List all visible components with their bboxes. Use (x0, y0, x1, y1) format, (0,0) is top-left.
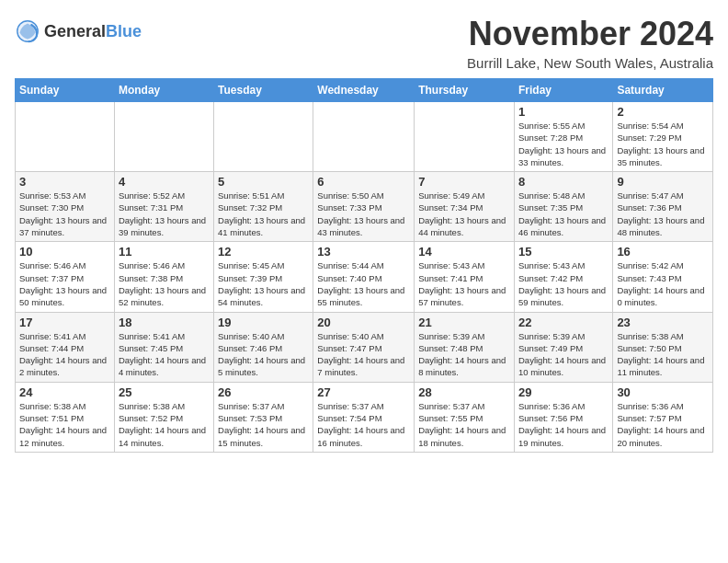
day-info: Sunrise: 5:40 AM Sunset: 7:46 PM Dayligh… (218, 330, 309, 379)
day-number: 24 (19, 385, 110, 399)
logo-blue: Blue (106, 22, 142, 40)
day-header-thursday: Thursday (415, 79, 515, 102)
day-info: Sunrise: 5:38 AM Sunset: 7:51 PM Dayligh… (19, 400, 110, 449)
day-number: 8 (518, 175, 609, 189)
calendar-day-cell: 4Sunrise: 5:52 AM Sunset: 7:31 PM Daylig… (114, 172, 213, 242)
day-number: 22 (518, 316, 609, 329)
calendar-day-cell: 21Sunrise: 5:39 AM Sunset: 7:48 PM Dayli… (415, 312, 515, 382)
calendar-day-cell: 14Sunrise: 5:43 AM Sunset: 7:41 PM Dayli… (415, 242, 515, 312)
calendar-day-cell: 16Sunrise: 5:42 AM Sunset: 7:43 PM Dayli… (613, 242, 713, 312)
calendar-day-cell: 24Sunrise: 5:38 AM Sunset: 7:51 PM Dayli… (16, 382, 115, 452)
day-info: Sunrise: 5:52 AM Sunset: 7:31 PM Dayligh… (119, 190, 210, 238)
calendar-day-cell: 30Sunrise: 5:36 AM Sunset: 7:57 PM Dayli… (613, 382, 713, 452)
day-info: Sunrise: 5:39 AM Sunset: 7:49 PM Dayligh… (518, 330, 609, 379)
day-number: 25 (119, 385, 210, 399)
day-info: Sunrise: 5:38 AM Sunset: 7:52 PM Dayligh… (119, 400, 210, 449)
day-number: 19 (218, 316, 309, 329)
day-info: Sunrise: 5:36 AM Sunset: 7:57 PM Dayligh… (617, 400, 709, 449)
day-number: 4 (119, 175, 210, 189)
day-info: Sunrise: 5:44 AM Sunset: 7:40 PM Dayligh… (317, 259, 410, 308)
day-number: 27 (317, 385, 410, 399)
calendar-day-cell: 29Sunrise: 5:36 AM Sunset: 7:56 PM Dayli… (514, 382, 612, 452)
location-title: Burrill Lake, New South Wales, Australia (467, 55, 713, 71)
calendar-day-cell: 15Sunrise: 5:43 AM Sunset: 7:42 PM Dayli… (514, 242, 612, 312)
logo-icon (15, 18, 40, 44)
calendar-week-row: 3Sunrise: 5:53 AM Sunset: 7:30 PM Daylig… (16, 172, 713, 242)
calendar-day-cell: 5Sunrise: 5:51 AM Sunset: 7:32 PM Daylig… (214, 172, 313, 242)
calendar-day-cell: 18Sunrise: 5:41 AM Sunset: 7:45 PM Dayli… (114, 312, 213, 382)
day-info: Sunrise: 5:38 AM Sunset: 7:50 PM Dayligh… (617, 330, 709, 379)
day-info: Sunrise: 5:49 AM Sunset: 7:34 PM Dayligh… (418, 190, 510, 238)
calendar-empty-cell (114, 102, 213, 172)
calendar-day-cell: 13Sunrise: 5:44 AM Sunset: 7:40 PM Dayli… (313, 242, 415, 312)
day-number: 14 (418, 245, 510, 259)
title-area: November 2024 Burrill Lake, New South Wa… (467, 15, 713, 71)
calendar-empty-cell (214, 102, 313, 172)
logo-general: General (44, 22, 106, 40)
calendar-day-cell: 27Sunrise: 5:37 AM Sunset: 7:54 PM Dayli… (313, 382, 415, 452)
calendar-empty-cell (313, 102, 415, 172)
day-info: Sunrise: 5:55 AM Sunset: 7:28 PM Dayligh… (518, 120, 609, 168)
day-number: 17 (19, 316, 110, 329)
day-info: Sunrise: 5:37 AM Sunset: 7:53 PM Dayligh… (218, 400, 309, 449)
day-info: Sunrise: 5:43 AM Sunset: 7:41 PM Dayligh… (418, 259, 510, 308)
day-info: Sunrise: 5:37 AM Sunset: 7:54 PM Dayligh… (317, 400, 410, 449)
calendar-day-cell: 19Sunrise: 5:40 AM Sunset: 7:46 PM Dayli… (214, 312, 313, 382)
day-number: 26 (218, 385, 309, 399)
day-number: 9 (617, 175, 709, 189)
calendar-week-row: 1Sunrise: 5:55 AM Sunset: 7:28 PM Daylig… (16, 102, 713, 172)
calendar-day-cell: 10Sunrise: 5:46 AM Sunset: 7:37 PM Dayli… (16, 242, 115, 312)
day-number: 6 (317, 175, 410, 189)
day-info: Sunrise: 5:41 AM Sunset: 7:45 PM Dayligh… (119, 330, 210, 379)
day-info: Sunrise: 5:47 AM Sunset: 7:36 PM Dayligh… (617, 190, 709, 238)
day-number: 12 (218, 245, 309, 259)
calendar-day-cell: 17Sunrise: 5:41 AM Sunset: 7:44 PM Dayli… (16, 312, 115, 382)
day-header-wednesday: Wednesday (313, 79, 415, 102)
calendar-header-row: SundayMondayTuesdayWednesdayThursdayFrid… (16, 79, 713, 102)
day-info: Sunrise: 5:37 AM Sunset: 7:55 PM Dayligh… (418, 400, 510, 449)
day-info: Sunrise: 5:46 AM Sunset: 7:38 PM Dayligh… (119, 259, 210, 308)
calendar-table: SundayMondayTuesdayWednesdayThursdayFrid… (15, 78, 713, 453)
day-number: 28 (418, 385, 510, 399)
calendar-day-cell: 7Sunrise: 5:49 AM Sunset: 7:34 PM Daylig… (415, 172, 515, 242)
day-info: Sunrise: 5:54 AM Sunset: 7:29 PM Dayligh… (617, 120, 709, 168)
day-number: 7 (418, 175, 510, 189)
day-info: Sunrise: 5:51 AM Sunset: 7:32 PM Dayligh… (218, 190, 309, 238)
calendar-day-cell: 22Sunrise: 5:39 AM Sunset: 7:49 PM Dayli… (514, 312, 612, 382)
day-number: 11 (119, 245, 210, 259)
page-header: GeneralBlue November 2024 Burrill Lake, … (15, 15, 713, 71)
day-header-monday: Monday (114, 79, 213, 102)
calendar-week-row: 10Sunrise: 5:46 AM Sunset: 7:37 PM Dayli… (16, 242, 713, 312)
day-info: Sunrise: 5:39 AM Sunset: 7:48 PM Dayligh… (418, 330, 510, 379)
day-number: 29 (518, 385, 609, 399)
day-info: Sunrise: 5:36 AM Sunset: 7:56 PM Dayligh… (518, 400, 609, 449)
day-number: 21 (418, 316, 510, 329)
day-info: Sunrise: 5:40 AM Sunset: 7:47 PM Dayligh… (317, 330, 410, 379)
month-title: November 2024 (467, 15, 713, 53)
day-header-tuesday: Tuesday (214, 79, 313, 102)
day-number: 5 (218, 175, 309, 189)
day-number: 16 (617, 245, 709, 259)
day-number: 30 (617, 385, 709, 399)
calendar-day-cell: 20Sunrise: 5:40 AM Sunset: 7:47 PM Dayli… (313, 312, 415, 382)
day-info: Sunrise: 5:48 AM Sunset: 7:35 PM Dayligh… (518, 190, 609, 238)
calendar-day-cell: 3Sunrise: 5:53 AM Sunset: 7:30 PM Daylig… (16, 172, 115, 242)
calendar-week-row: 24Sunrise: 5:38 AM Sunset: 7:51 PM Dayli… (16, 382, 713, 452)
day-info: Sunrise: 5:46 AM Sunset: 7:37 PM Dayligh… (19, 259, 110, 308)
calendar-empty-cell (415, 102, 515, 172)
day-number: 10 (19, 245, 110, 259)
day-number: 15 (518, 245, 609, 259)
day-info: Sunrise: 5:42 AM Sunset: 7:43 PM Dayligh… (617, 259, 709, 308)
day-number: 2 (617, 105, 709, 119)
day-header-sunday: Sunday (16, 79, 115, 102)
calendar-day-cell: 28Sunrise: 5:37 AM Sunset: 7:55 PM Dayli… (415, 382, 515, 452)
day-info: Sunrise: 5:45 AM Sunset: 7:39 PM Dayligh… (218, 259, 309, 308)
day-header-saturday: Saturday (613, 79, 713, 102)
day-info: Sunrise: 5:53 AM Sunset: 7:30 PM Dayligh… (19, 190, 110, 238)
calendar-day-cell: 11Sunrise: 5:46 AM Sunset: 7:38 PM Dayli… (114, 242, 213, 312)
day-number: 23 (617, 316, 709, 329)
calendar-day-cell: 8Sunrise: 5:48 AM Sunset: 7:35 PM Daylig… (514, 172, 612, 242)
calendar-day-cell: 1Sunrise: 5:55 AM Sunset: 7:28 PM Daylig… (514, 102, 612, 172)
logo: GeneralBlue (15, 18, 142, 44)
day-number: 20 (317, 316, 410, 329)
